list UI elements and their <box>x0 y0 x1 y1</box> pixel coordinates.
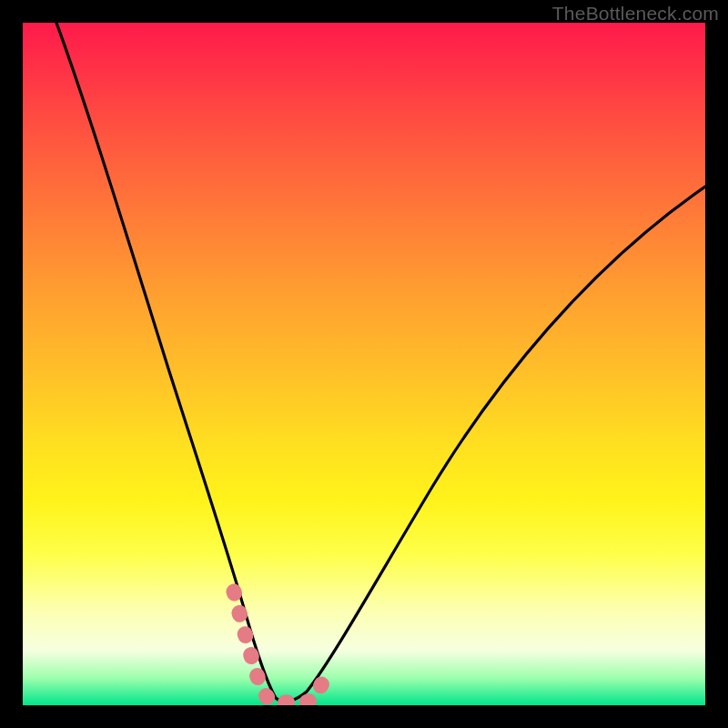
curve-layer <box>23 23 705 705</box>
chart-frame: TheBottleneck.com <box>0 0 728 728</box>
plot-area <box>23 23 705 705</box>
bottleneck-curve <box>56 23 705 702</box>
watermark-text: TheBottleneck.com <box>552 3 719 25</box>
